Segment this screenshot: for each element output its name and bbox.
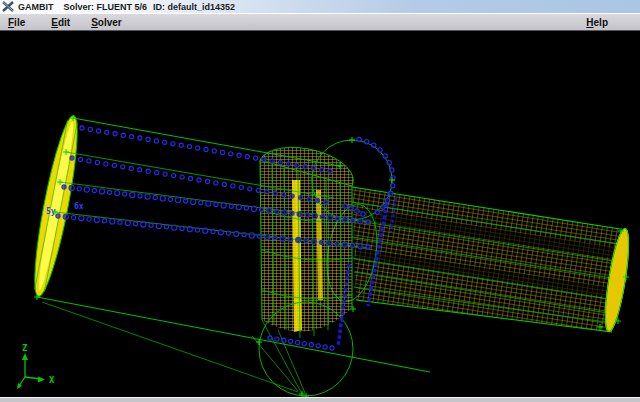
solver-label: Solver: FLUENT 5/6 (64, 2, 148, 12)
title-bar[interactable]: GAMBIT Solver: FLUENT 5/6 ID: default_id… (0, 0, 640, 13)
axis-x-label: X (49, 375, 55, 385)
app-title: GAMBIT (18, 2, 54, 12)
axis-z-label: Z (22, 343, 28, 353)
menu-bar: File Edit Solver Help (0, 13, 640, 31)
menu-help[interactable]: Help (586, 15, 608, 30)
bottom-window-edge (0, 397, 640, 402)
session-id-label: ID: default_id14352 (153, 2, 235, 12)
gambit-logo-icon (2, 1, 14, 12)
menu-file[interactable]: File (8, 15, 25, 30)
menu-solver[interactable]: Solver (91, 15, 122, 30)
menu-edit[interactable]: Edit (51, 15, 70, 30)
graphics-viewport[interactable]: 6x 5y Z X (0, 0, 640, 402)
gambit-window: { "window": { "app_name": "GAMBIT", "sol… (0, 0, 640, 402)
mesh-interval-label: 6x (74, 202, 84, 211)
